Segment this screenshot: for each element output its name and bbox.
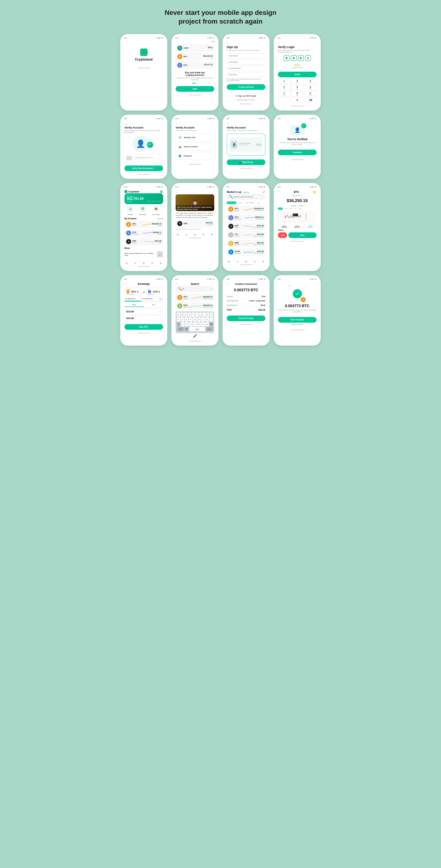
buy-tab[interactable]: Buy — [125, 303, 144, 307]
sell-tab[interactable]: Sell — [144, 303, 163, 307]
back-button[interactable]: ← — [176, 122, 178, 125]
filter-all[interactable]: All assets — [227, 202, 236, 204]
eth-market-item[interactable]: Ξ ETH Ethereum $8,891.11 +860 (0.4%) — [227, 214, 265, 221]
key-g[interactable]: G — [193, 317, 197, 321]
create-account-button[interactable]: Create Account — [227, 84, 265, 90]
btc-portfolio-item[interactable]: ₿ BTC Bitcoin $29,850.15 +2.6% — [125, 221, 163, 228]
tab-chart[interactable]: 📊 — [185, 234, 187, 236]
numpad-4[interactable]: 4GHI — [278, 85, 290, 90]
numpad-3[interactable]: 3DEF — [304, 79, 316, 84]
key-l[interactable]: L — [209, 317, 213, 321]
key-y[interactable]: Y — [195, 313, 198, 317]
numpad-9[interactable]: 9WXYZ — [304, 91, 316, 96]
tab-messages[interactable]: 💬 — [151, 262, 153, 264]
key-a[interactable]: A — [177, 317, 180, 321]
email-input[interactable] — [227, 66, 265, 71]
back-button[interactable]: ← — [227, 41, 229, 44]
tab-home[interactable]: 🏠 — [228, 261, 230, 262]
key-b[interactable]: B — [197, 322, 201, 327]
back-button[interactable]: ← — [278, 41, 280, 44]
time-24h[interactable]: 24H — [278, 208, 283, 210]
key-f[interactable]: F — [189, 317, 193, 321]
verify-document-button[interactable]: Verify New Document → — [125, 165, 163, 171]
eth-portfolio-item[interactable]: Ξ ETH Ethereum $8,891.11 +0.8% — [125, 229, 163, 237]
back-button[interactable]: ← — [125, 282, 127, 285]
key-n[interactable]: N — [201, 322, 205, 327]
settings-icon[interactable]: ⚙️ — [160, 190, 163, 193]
time-1m[interactable]: 1M — [289, 208, 293, 210]
key-o[interactable]: O — [206, 313, 209, 317]
time-all[interactable]: All — [298, 208, 302, 210]
key-e[interactable]: E — [184, 313, 187, 317]
search-field[interactable] — [182, 288, 210, 290]
skip-link[interactable]: Skip — [211, 40, 215, 43]
filter-1g[interactable]: 1g — [257, 202, 261, 204]
xrp-market-item[interactable]: ✕ XRP Ripple $221.98 +$10.21 (1.2%) — [227, 222, 265, 230]
key-k[interactable]: K — [205, 317, 209, 321]
key-m[interactable]: M — [205, 322, 209, 327]
to-box[interactable]: TO Ξ ETH ∨ $8,891.11 — [146, 287, 163, 297]
view-portfolio-button[interactable]: View Portfolio — [278, 317, 316, 322]
mic-icon[interactable]: 🎤 — [193, 334, 197, 338]
key-h[interactable]: H — [197, 317, 201, 321]
key-123[interactable]: 123 — [177, 327, 184, 331]
clear-search-icon[interactable]: ✕ — [210, 288, 212, 290]
first-name-input[interactable] — [227, 53, 265, 58]
sell-crypto-button[interactable]: 💱 Sell Crypto — [139, 206, 146, 216]
star-icon[interactable]: ⭐ — [312, 190, 316, 194]
buy-button[interactable]: Buy — [289, 232, 316, 238]
key-i[interactable]: I — [203, 313, 206, 317]
continue-button[interactable]: Continue — [278, 150, 316, 155]
numpad-backspace[interactable]: ⌫ — [304, 97, 316, 103]
ltc-market-item[interactable]: Ł LTC Litecoin $310.98 +$14.17 (1.9%) — [227, 231, 265, 239]
google-signup-button[interactable]: G Sign up with Google — [227, 93, 265, 98]
take-photo-button[interactable]: 📷 Take Photo — [227, 159, 265, 165]
numpad-6[interactable]: 6MNO — [304, 85, 316, 90]
convert-button[interactable]: Convert Crypto — [227, 315, 265, 321]
bnb-market-item[interactable]: B BNB BNBcoin $221.98 +$10.11 (1.8%) — [227, 240, 265, 247]
passport-option[interactable]: 📘 Passport — [176, 152, 214, 160]
tab-exchange[interactable]: 🔄 — [143, 262, 145, 264]
key-backspace[interactable]: ⌫ — [209, 322, 213, 327]
btc-market-item[interactable]: ₿ BTC Bitcoin $29,850.15 +6,383 (0.6%) — [227, 206, 265, 213]
key-emoji[interactable]: 🌐 — [184, 327, 189, 331]
key-x[interactable]: X — [185, 322, 189, 327]
numpad-5[interactable]: 5JKL — [291, 85, 303, 90]
terms-checkbox[interactable] — [227, 79, 230, 81]
search-input[interactable] — [233, 196, 263, 198]
back-home-link[interactable]: Back to home — [292, 323, 303, 326]
filter-top[interactable]: Top Traded — [244, 202, 255, 204]
key-v[interactable]: V — [193, 322, 197, 327]
back-button[interactable]: ← — [125, 122, 127, 125]
tab-settings[interactable]: ⚙️ — [211, 234, 213, 236]
time-1w[interactable]: 1W — [283, 208, 288, 210]
identity-card-option[interactable]: 🪪 Identity Card — [176, 133, 214, 142]
key-r[interactable]: R — [188, 313, 191, 317]
send-crypto-button[interactable]: 📤 Send Crypto — [152, 206, 160, 216]
key-space[interactable]: space — [189, 327, 205, 331]
key-t[interactable]: T — [192, 313, 195, 317]
tab-settings[interactable]: ⚙️ — [160, 262, 162, 264]
amount-input-1[interactable]: $24,536 - + — [125, 309, 163, 314]
news-item[interactable]: Bitcoin Analyst Explain Why Price is Ral… — [125, 250, 163, 258]
filter-24h[interactable]: 24h — [238, 202, 243, 204]
key-go[interactable]: Go — [206, 327, 213, 331]
numpad-8[interactable]: 8TUV — [291, 91, 303, 96]
back-button[interactable]: ← — [227, 122, 229, 125]
tab-exchange[interactable]: 🔄 — [194, 234, 196, 236]
numpad-0[interactable]: 0 — [291, 97, 303, 103]
dash-market-item[interactable]: D DASH Dashcoin $221.98 +$10.11 (1.8%) — [227, 248, 265, 256]
xrp-article-item[interactable]: ✕ XRP $221.98 ▲ 4.2% — [176, 220, 214, 227]
key-s[interactable]: S — [181, 317, 184, 321]
key-q[interactable]: Q — [177, 313, 180, 317]
from-box[interactable]: FROM ₿ BTC ∨ $26,250.15 — [125, 287, 142, 297]
numpad-1[interactable]: 1 — [278, 79, 290, 84]
next-button[interactable]: Next — [176, 86, 214, 92]
btc-search-result[interactable]: ₿ BTC Bitcoin $29,850.15 +$9,381 (0.6%) — [176, 293, 214, 301]
tab-settings[interactable]: ⚙️ — [262, 261, 264, 262]
tab-exchange[interactable]: 🔄 — [245, 261, 247, 262]
tab-home[interactable]: 🏠 — [177, 234, 179, 236]
bch-search-result[interactable]: B BCH Bitcoin Cash $29,850.15 +$9,381 (0… — [176, 302, 214, 310]
xrp-portfolio-item[interactable]: ✕ XRP Ripple $221.98 -1.2% — [125, 238, 163, 245]
back-button[interactable]: ← — [227, 282, 229, 285]
